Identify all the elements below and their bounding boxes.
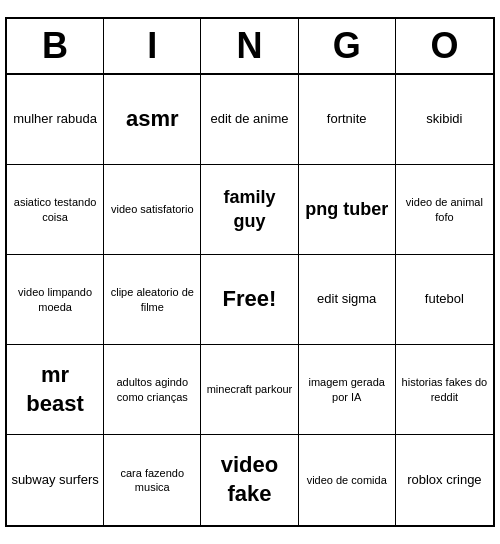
bingo-cell: video de animal fofo: [396, 165, 493, 255]
bingo-cell: skibidi: [396, 75, 493, 165]
bingo-cell: cara fazendo musica: [104, 435, 201, 525]
bingo-cell: imagem gerada por IA: [299, 345, 396, 435]
bingo-cell: fortnite: [299, 75, 396, 165]
bingo-cell: clipe aleatorio de filme: [104, 255, 201, 345]
bingo-cell: minecraft parkour: [201, 345, 298, 435]
bingo-cell: adultos agindo como crianças: [104, 345, 201, 435]
bingo-cell: family guy: [201, 165, 298, 255]
bingo-cell: subway surfers: [7, 435, 104, 525]
bingo-cell: png tuber: [299, 165, 396, 255]
header-letter: B: [7, 19, 104, 73]
bingo-cell: video limpando moeda: [7, 255, 104, 345]
bingo-card: BINGO mulher rabudaasmredit de animefort…: [5, 17, 495, 527]
bingo-header: BINGO: [7, 19, 493, 75]
header-letter: I: [104, 19, 201, 73]
bingo-cell: video satisfatorio: [104, 165, 201, 255]
bingo-cell: mulher rabuda: [7, 75, 104, 165]
bingo-grid: mulher rabudaasmredit de animefortnitesk…: [7, 75, 493, 525]
bingo-cell: asiatico testando coisa: [7, 165, 104, 255]
bingo-cell: futebol: [396, 255, 493, 345]
header-letter: O: [396, 19, 493, 73]
bingo-cell: video de comida: [299, 435, 396, 525]
bingo-cell: roblox cringe: [396, 435, 493, 525]
bingo-cell: edit sigma: [299, 255, 396, 345]
bingo-cell: asmr: [104, 75, 201, 165]
bingo-cell: Free!: [201, 255, 298, 345]
bingo-cell: edit de anime: [201, 75, 298, 165]
bingo-cell: mr beast: [7, 345, 104, 435]
header-letter: G: [299, 19, 396, 73]
header-letter: N: [201, 19, 298, 73]
bingo-cell: video fake: [201, 435, 298, 525]
bingo-cell: historias fakes do reddit: [396, 345, 493, 435]
